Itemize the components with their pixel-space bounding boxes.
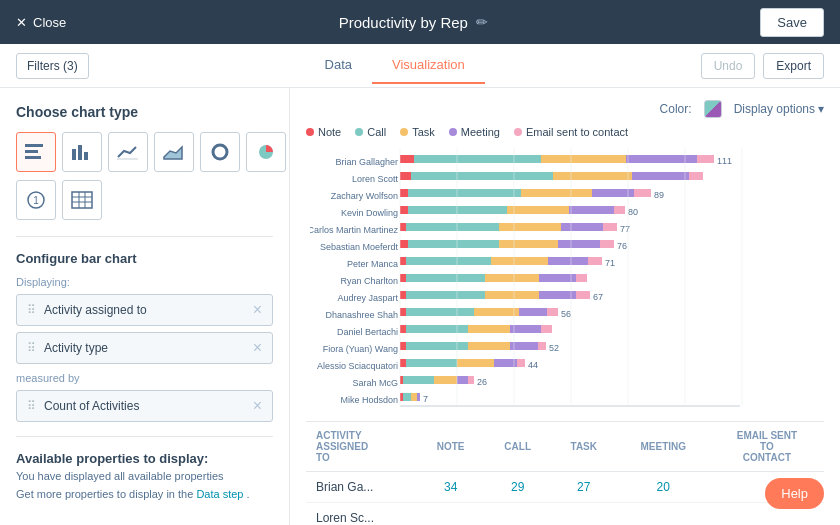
svg-rect-91 — [510, 325, 541, 333]
svg-rect-83 — [474, 308, 519, 316]
svg-rect-92 — [541, 325, 552, 333]
chart-type-row1 — [16, 132, 273, 172]
tab-data[interactable]: Data — [305, 47, 372, 84]
chart-type-pie[interactable] — [246, 132, 286, 172]
close-icon: ✕ — [16, 15, 27, 30]
svg-rect-61 — [400, 257, 406, 265]
svg-rect-44 — [614, 206, 625, 214]
svg-rect-64 — [548, 257, 588, 265]
legend-dot-meeting — [449, 128, 457, 136]
svg-rect-76 — [485, 291, 539, 299]
close-button[interactable]: ✕ Close — [16, 15, 66, 30]
svg-rect-84 — [519, 308, 547, 316]
display-item-activity-type[interactable]: ⠿ Activity type × — [16, 332, 273, 364]
bar-row-14: Mike Hodsdon 7 — [340, 393, 428, 405]
svg-rect-78 — [576, 291, 590, 299]
row-note: 34 — [417, 472, 485, 503]
remove-display-item-icon[interactable]: × — [253, 302, 262, 318]
legend-label-task: Task — [412, 126, 435, 138]
svg-rect-105 — [517, 359, 525, 367]
svg-rect-77 — [539, 291, 576, 299]
svg-rect-82 — [406, 308, 474, 316]
chart-legend: Note Call Task Meeting Email sent to con… — [306, 126, 824, 138]
svg-rect-116 — [403, 393, 411, 401]
svg-text:67: 67 — [593, 292, 603, 302]
display-options-label: Display options — [734, 102, 815, 116]
row-note — [417, 503, 485, 526]
svg-text:Brian Gallagher: Brian Gallagher — [335, 157, 398, 167]
undo-button[interactable]: Undo — [701, 53, 756, 79]
svg-rect-85 — [547, 308, 558, 316]
col-header-activity: ACTIVITYASSIGNEDTO — [306, 422, 417, 472]
remove-measure-item-icon[interactable]: × — [253, 398, 262, 414]
measure-item-label: Count of Activities — [44, 399, 253, 413]
chart-type-bar-horiz[interactable] — [16, 132, 56, 172]
svg-rect-68 — [400, 274, 406, 282]
bar-row-10: Daniel Bertachi — [337, 325, 552, 337]
svg-rect-69 — [406, 274, 485, 282]
svg-text:Mike Hodsdon: Mike Hodsdon — [340, 395, 398, 405]
chart-type-line[interactable] — [108, 132, 148, 172]
more-props-suffix: . — [247, 488, 250, 500]
svg-rect-24 — [697, 155, 714, 163]
chart-type-area[interactable] — [154, 132, 194, 172]
drag-handle-icon: ⠿ — [27, 303, 36, 317]
chart-type-donut[interactable] — [200, 132, 240, 172]
svg-rect-118 — [417, 393, 420, 401]
bar-row-0: Brian Gallagher 111 — [335, 155, 732, 167]
filter-button[interactable]: Filters (3) — [16, 53, 89, 79]
chevron-down-icon: ▾ — [818, 102, 824, 116]
more-props-label: Get more properties to display in the — [16, 488, 193, 500]
legend-email: Email sent to contact — [514, 126, 628, 138]
legend-label-note: Note — [318, 126, 341, 138]
svg-text:1: 1 — [33, 195, 39, 206]
svg-rect-2 — [25, 156, 41, 159]
svg-text:Alessio Sciacquatori: Alessio Sciacquatori — [317, 361, 398, 371]
svg-text:56: 56 — [561, 309, 571, 319]
row-task: 27 — [551, 472, 617, 503]
legend-task: Task — [400, 126, 435, 138]
color-swatch[interactable] — [704, 100, 722, 118]
table-area: ACTIVITYASSIGNEDTO NOTE CALL TASK MEETIN… — [306, 421, 824, 525]
edit-title-icon[interactable]: ✏ — [476, 14, 488, 30]
measure-item-count[interactable]: ⠿ Count of Activities × — [16, 390, 273, 422]
svg-rect-30 — [632, 172, 689, 180]
remove-display-item2-icon[interactable]: × — [253, 340, 262, 356]
svg-text:71: 71 — [605, 258, 615, 268]
svg-rect-31 — [689, 172, 703, 180]
bar-row-12: Alessio Sciacquatori 44 — [317, 359, 538, 371]
svg-text:Sarah McG: Sarah McG — [352, 378, 398, 388]
svg-rect-95 — [406, 342, 468, 350]
display-options-button[interactable]: Display options ▾ — [734, 102, 824, 116]
display-item-activity-assigned[interactable]: ⠿ Activity assigned to × — [16, 294, 273, 326]
col-header-call: CALL — [485, 422, 551, 472]
tab-visualization[interactable]: Visualization — [372, 47, 485, 84]
chart-area: Activity assigned to Brian Gallagher 111 — [306, 148, 824, 411]
svg-rect-89 — [406, 325, 468, 333]
svg-text:111: 111 — [717, 156, 732, 166]
svg-text:Carlos Martin Martinez: Carlos Martin Martinez — [310, 225, 398, 235]
tab-group: Data Visualization — [105, 47, 685, 84]
save-button[interactable]: Save — [760, 8, 824, 37]
bar-row-2: Zachary Wolfson 89 — [331, 189, 664, 201]
drag-handle-icon2: ⠿ — [27, 341, 36, 355]
choose-chart-type-label: Choose chart type — [16, 104, 273, 120]
svg-rect-47 — [400, 223, 406, 231]
svg-rect-48 — [406, 223, 499, 231]
chart-type-bar-vert[interactable] — [62, 132, 102, 172]
svg-point-9 — [217, 149, 223, 155]
svg-rect-71 — [539, 274, 576, 282]
right-top-controls: Color: Display options ▾ — [306, 100, 824, 118]
svg-rect-23 — [626, 155, 697, 163]
color-label: Color: — [660, 102, 692, 116]
legend-note: Note — [306, 126, 341, 138]
right-panel: Color: Display options ▾ Note Call Task — [290, 88, 840, 525]
svg-rect-1 — [25, 150, 38, 153]
svg-rect-101 — [400, 359, 406, 367]
chart-type-table[interactable] — [62, 180, 102, 220]
help-button[interactable]: Help — [765, 478, 824, 509]
data-step-link[interactable]: Data step — [196, 488, 243, 500]
export-button[interactable]: Export — [763, 53, 824, 79]
chart-type-number[interactable]: 1 — [16, 180, 56, 220]
svg-rect-56 — [499, 240, 558, 248]
